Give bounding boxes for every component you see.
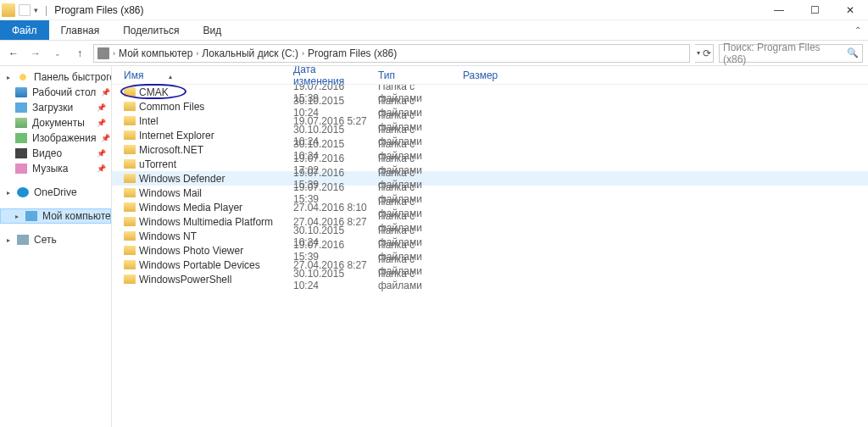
sidebar-item-label: Видео <box>32 147 62 159</box>
sidebar-network[interactable]: Сеть <box>0 232 111 247</box>
folder-icon <box>124 145 136 154</box>
file-date: 27.04.2016 8:10 <box>288 202 373 214</box>
table-row[interactable]: Intel19.07.2016 5:27Папка с файлами <box>112 114 868 128</box>
table-row[interactable]: Windows Mail19.07.2016 15:39Папка с файл… <box>112 186 868 200</box>
pc-icon <box>97 47 109 59</box>
table-row[interactable]: uTorrent19.07.2016 17:02Папка с файлами <box>112 157 868 171</box>
window-title: Program Files (x86) <box>54 4 143 16</box>
search-input[interactable]: Поиск: Program Files (x86) 🔍 <box>719 44 863 63</box>
table-row[interactable]: Common Files30.10.2015 10:24Папка с файл… <box>112 99 868 114</box>
file-name: Windows Photo Viewer <box>139 245 243 257</box>
table-row[interactable]: Internet Explorer30.10.2015 10:24Папка с… <box>112 128 868 142</box>
chevron-icon[interactable]: › <box>302 49 304 58</box>
folder-icon <box>124 159 136 169</box>
file-name: Windows Mail <box>139 187 202 199</box>
back-button[interactable]: ← <box>5 45 22 62</box>
folder-icon <box>15 133 27 143</box>
file-list-pane: Имя▴ Дата изменения Тип Размер CMAK19.07… <box>112 66 868 427</box>
folder-icon <box>124 274 136 284</box>
column-type[interactable]: Тип <box>373 69 458 81</box>
breadcrumb-segment[interactable]: Program Files (x86) <box>308 47 397 59</box>
pin-icon: 📌 <box>101 134 110 142</box>
folder-icon <box>124 116 136 125</box>
sidebar-item[interactable]: Музыка 📌 <box>0 161 111 176</box>
ribbon-tabs: Файл Главная Поделиться Вид ⌃ <box>0 20 868 41</box>
pin-icon: 📌 <box>97 164 106 173</box>
tab-home[interactable]: Главная <box>49 20 112 40</box>
folder-icon <box>124 260 136 269</box>
sidebar-item-label: Изображения <box>32 132 96 144</box>
minimize-button[interactable]: — <box>761 0 797 20</box>
sidebar-quick-access[interactable]: Панель быстрого до <box>0 69 111 85</box>
file-type: Папка с файлами <box>373 268 458 291</box>
file-date: 30.10.2015 10:24 <box>288 268 373 291</box>
file-name: Internet Explorer <box>139 130 214 141</box>
file-name: uTorrent <box>139 158 176 170</box>
sidebar-this-pc[interactable]: Мой компьютер <box>0 208 111 224</box>
sidebar-item[interactable]: Рабочий стол 📌 <box>0 85 111 100</box>
pin-icon: 📌 <box>97 149 106 158</box>
history-dropdown[interactable]: ⌄ <box>49 45 66 62</box>
folder-icon <box>15 87 27 97</box>
column-headers: Имя▴ Дата изменения Тип Размер <box>112 66 868 85</box>
file-rows[interactable]: CMAK19.07.2016 15:39Папка с файламиCommo… <box>112 85 868 427</box>
sidebar-item[interactable]: Изображения 📌 <box>0 130 111 146</box>
file-name: Intel <box>139 115 159 127</box>
file-name: Windows Defender <box>139 173 225 185</box>
search-icon[interactable]: 🔍 <box>847 47 859 58</box>
star-icon <box>17 72 29 82</box>
column-name[interactable]: Имя▴ <box>119 69 288 81</box>
pin-icon: 📌 <box>101 88 110 97</box>
folder-icon <box>15 103 27 113</box>
file-name: CMAK <box>139 86 169 98</box>
network-icon <box>17 235 29 245</box>
qat-dropdown-icon[interactable]: ▾ <box>34 6 38 14</box>
folder-icon <box>124 231 136 241</box>
tab-view[interactable]: Вид <box>191 20 233 40</box>
breadcrumb-segment[interactable]: Локальный диск (C:) <box>202 47 298 59</box>
folder-icon <box>124 174 136 183</box>
table-row[interactable]: Windows Defender19.07.2016 15:39Папка с … <box>112 171 868 186</box>
sidebar-item[interactable]: Документы 📌 <box>0 115 111 130</box>
table-row[interactable]: Windows NT30.10.2015 10:24Папка с файлам… <box>112 229 868 243</box>
navigation-pane[interactable]: Панель быстрого до Рабочий стол 📌Загрузк… <box>0 66 112 427</box>
folder-icon <box>124 202 136 212</box>
file-name: Windows Multimedia Platform <box>139 216 273 228</box>
table-row[interactable]: CMAK19.07.2016 15:39Папка с файлами <box>112 85 868 99</box>
pin-icon: 📌 <box>97 103 106 112</box>
close-button[interactable]: ✕ <box>832 0 868 20</box>
maximize-button[interactable]: ☐ <box>797 0 832 20</box>
folder-icon <box>124 102 136 111</box>
table-row[interactable]: Windows Media Player27.04.2016 8:10Папка… <box>112 200 868 214</box>
table-row[interactable]: Windows Portable Devices27.04.2016 8:27П… <box>112 258 868 272</box>
table-row[interactable]: WindowsPowerShell30.10.2015 10:24Папка с… <box>112 272 868 286</box>
forward-button[interactable]: → <box>27 45 44 62</box>
breadcrumb[interactable]: › Мой компьютер › Локальный диск (C:) › … <box>93 44 690 63</box>
breadcrumb-segment[interactable]: Мой компьютер <box>119 47 192 59</box>
column-date[interactable]: Дата изменения <box>288 66 373 87</box>
folder-icon <box>124 188 136 197</box>
sidebar-item[interactable]: Видео 📌 <box>0 146 111 161</box>
folder-icon <box>124 130 136 140</box>
file-name: Common Files <box>139 101 204 113</box>
folder-icon <box>124 87 136 97</box>
collapse-ribbon-icon[interactable]: ⌃ <box>854 25 861 35</box>
chevron-icon[interactable]: › <box>196 49 198 58</box>
title-bar: ▾ | Program Files (x86) — ☐ ✕ <box>0 0 868 20</box>
pc-icon <box>25 211 37 221</box>
tab-share[interactable]: Поделиться <box>111 20 191 40</box>
up-button[interactable]: ↑ <box>71 45 88 62</box>
column-size[interactable]: Размер <box>458 69 526 81</box>
table-row[interactable]: Microsoft.NET30.10.2015 10:24Папка с фай… <box>112 142 868 157</box>
quick-access-icon[interactable] <box>19 4 31 16</box>
sidebar-onedrive[interactable]: OneDrive <box>0 185 111 200</box>
table-row[interactable]: Windows Multimedia Platform27.04.2016 8:… <box>112 214 868 229</box>
chevron-icon[interactable]: › <box>113 49 115 58</box>
table-row[interactable]: Windows Photo Viewer19.07.2016 15:39Папк… <box>112 243 868 258</box>
tab-file[interactable]: Файл <box>0 20 49 40</box>
refresh-button[interactable]: ▾ ⟳ <box>695 44 714 63</box>
folder-icon <box>15 148 27 158</box>
file-name: Windows NT <box>139 230 197 242</box>
sidebar-item[interactable]: Загрузки 📌 <box>0 100 111 115</box>
pin-icon: 📌 <box>97 119 106 127</box>
